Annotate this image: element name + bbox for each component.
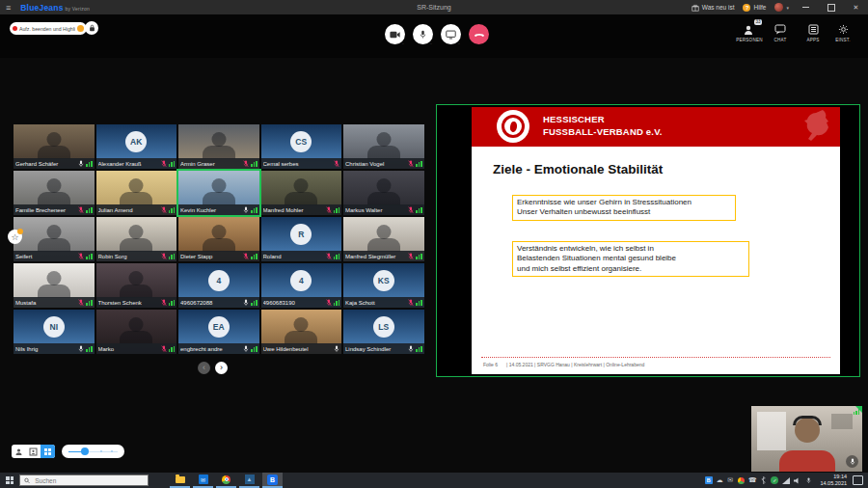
speaker-view-button[interactable]	[12, 445, 26, 458]
tile-size-slider[interactable]	[62, 445, 124, 458]
lock-icon	[89, 24, 95, 32]
mail-tray-icon[interactable]: ✉	[727, 476, 734, 484]
cloud-tray-icon[interactable]: ☁	[717, 476, 723, 484]
camera-button[interactable]: ⌄	[385, 24, 405, 44]
participant-tile[interactable]: Marko	[96, 310, 177, 354]
signal-strength-icon	[86, 254, 93, 259]
lock-meeting-button[interactable]	[85, 21, 98, 35]
apps-icon	[808, 24, 819, 35]
slider-tick	[111, 450, 113, 452]
network-tray-icon[interactable]	[782, 477, 790, 484]
participant-tile[interactable]: 44960683190	[261, 263, 342, 308]
mic-icon	[420, 30, 426, 40]
participant-tile[interactable]: Thorsten Schenk	[96, 263, 177, 308]
chevron-down-icon[interactable]: ⌄	[401, 40, 405, 45]
participant-tile[interactable]: Familie Brecheneer	[14, 171, 95, 215]
apps-panel-button[interactable]: APPS	[799, 23, 827, 42]
favorite-badge[interactable]: ☆	[8, 230, 22, 244]
participant-namebar: Mustafa	[14, 297, 95, 308]
whats-new-button[interactable]: Was neu ist	[692, 4, 735, 12]
participant-tile[interactable]: AKAlexander Krauß	[96, 124, 177, 169]
participant-namebar: Nils Ihrig	[14, 343, 95, 354]
participant-tile[interactable]: Seifert ☆	[14, 217, 95, 261]
chrome-tray-icon[interactable]	[738, 477, 745, 484]
participant-tile[interactable]: Gerhard Schäfer	[14, 124, 95, 169]
participant-tile[interactable]: Armin Graser	[178, 124, 259, 169]
microphone-tray-icon[interactable]	[805, 477, 812, 484]
chevron-down-icon[interactable]: ⌄	[457, 40, 461, 45]
slider-thumb[interactable]	[81, 447, 89, 455]
settings-button[interactable]: EINST.	[827, 23, 859, 42]
grid-view-button[interactable]	[41, 445, 55, 458]
headphones	[793, 416, 822, 425]
search-icon	[24, 477, 30, 484]
mic-icon	[243, 253, 249, 260]
participant-tile[interactable]: Uwe Hildenbeutel	[261, 310, 342, 354]
participant-tile[interactable]: Dieter Stapp	[178, 217, 259, 261]
participant-tile[interactable]: Mustafa	[14, 263, 95, 308]
antivirus-tray-icon[interactable]: ✓	[771, 476, 778, 484]
help-button[interactable]: ? Hilfe	[743, 4, 766, 12]
hangup-button[interactable]	[469, 24, 489, 44]
participant-tile[interactable]: NINils Ihrig	[14, 310, 95, 354]
mic-icon	[161, 206, 167, 214]
participant-tile[interactable]: EAengbrecht andre	[178, 310, 259, 354]
screen-share-icon	[446, 30, 456, 40]
people-panel-button[interactable]: 33 PERSONEN	[730, 23, 769, 42]
chevron-down-icon[interactable]: ⌄	[429, 40, 433, 45]
participant-tile[interactable]: Kevin Kuchler	[178, 171, 259, 215]
mail-taskbar-icon[interactable]: ✉	[193, 473, 213, 488]
participant-tile[interactable]: CSCemal serbes	[261, 124, 342, 169]
self-shirt	[779, 450, 835, 472]
participant-tile[interactable]: LSLindsay Schindler	[343, 310, 424, 354]
participant-name: Armin Graser	[180, 161, 241, 167]
phone-tray-icon[interactable]: ☎	[748, 476, 757, 484]
app-logo: BlueJeansby Verizon	[20, 3, 90, 13]
participant-tile[interactable]: RRoland	[261, 217, 342, 261]
people-count-badge: 33	[754, 19, 762, 25]
bluejeans-tray-icon[interactable]: B	[705, 476, 713, 484]
self-mic-button[interactable]	[846, 455, 858, 468]
participant-tile[interactable]: Markus Walter	[343, 171, 424, 215]
participant-tile[interactable]: KSKaja Schott	[343, 263, 424, 308]
search-input[interactable]	[33, 476, 144, 485]
participant-tile[interactable]: Christian Vogel	[343, 124, 424, 169]
bluejeans-taskbar-icon[interactable]: B	[262, 473, 283, 488]
participant-tile[interactable]: Julian Amend	[96, 171, 177, 215]
volume-tray-icon[interactable]	[794, 477, 801, 484]
filmstrip-view-button[interactable]	[26, 445, 41, 458]
taskbar-search[interactable]	[19, 474, 149, 486]
participant-tile[interactable]: Manfred Mohler	[261, 171, 342, 215]
self-view-video[interactable]	[751, 406, 862, 472]
chat-panel-button[interactable]: CHAT	[766, 23, 795, 42]
mic-icon	[326, 206, 332, 214]
taskbar-clock[interactable]: 19:14 14.05.2021	[820, 474, 847, 487]
participant-namebar: Dieter Stapp	[178, 251, 259, 261]
maximize-button[interactable]	[823, 0, 839, 14]
participant-name: 4960683190	[263, 300, 324, 306]
microphone-button[interactable]: ⌄	[413, 24, 433, 44]
participant-tile[interactable]: Manfred Stegmüller	[343, 217, 424, 261]
stop-recording-button[interactable]: Aufz. beenden und Highlights	[10, 22, 87, 35]
slide-footer-divider	[481, 357, 830, 358]
participant-tile[interactable]: 44960672088	[178, 263, 259, 308]
close-button[interactable]: ✕	[848, 0, 864, 14]
resize-corner[interactable]	[855, 406, 862, 413]
minimize-button[interactable]	[798, 0, 814, 14]
next-page-button[interactable]: ›	[215, 362, 228, 374]
photos-taskbar-icon[interactable]: ▲	[239, 473, 259, 488]
explorer-taskbar-icon[interactable]	[170, 473, 190, 488]
chrome-taskbar-icon[interactable]	[216, 473, 236, 488]
participant-name: Christian Vogel	[345, 161, 406, 167]
signal-strength-icon	[334, 254, 340, 259]
start-button[interactable]	[0, 473, 19, 488]
bluetooth-tray-icon[interactable]	[760, 476, 767, 484]
participant-namebar: Robin Sorg	[96, 251, 177, 261]
screen-share-button[interactable]: ⌄	[441, 24, 461, 44]
previous-page-button[interactable]: ‹	[198, 362, 210, 374]
action-center-icon[interactable]	[853, 475, 863, 485]
participant-tile[interactable]: Robin Sorg	[96, 217, 177, 261]
account-menu[interactable]: ▾	[774, 3, 789, 12]
taskbar-apps: ✉▲B	[170, 473, 283, 488]
menu-icon[interactable]: ≡	[6, 3, 11, 13]
